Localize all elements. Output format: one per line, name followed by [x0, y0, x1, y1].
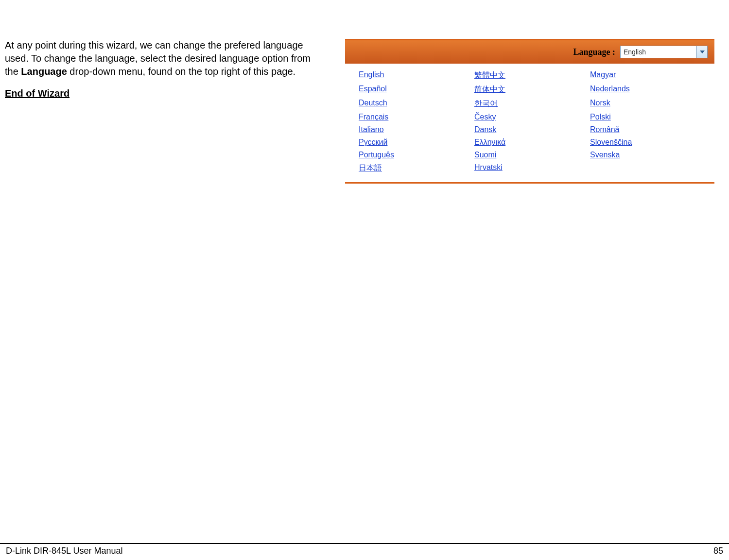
language-option-link[interactable]: Česky: [474, 113, 496, 121]
language-option-link[interactable]: 한국어: [474, 99, 498, 109]
language-option-link[interactable]: Français: [359, 113, 388, 121]
language-label: Language :: [573, 47, 615, 57]
language-option-link[interactable]: Deutsch: [359, 99, 387, 109]
language-option-link[interactable]: Suomi: [474, 151, 496, 159]
language-option-link[interactable]: 日本語: [359, 163, 382, 173]
language-option-link[interactable]: Русский: [359, 138, 387, 147]
language-option-link[interactable]: Hrvatski: [474, 163, 503, 173]
language-option-link[interactable]: Español: [359, 85, 387, 95]
language-option-link[interactable]: Italiano: [359, 125, 384, 134]
language-option-link[interactable]: Magyar: [590, 70, 616, 81]
language-link-grid: English繁體中文MagyarEspañol简体中文NederlandsDe…: [345, 64, 714, 184]
intro-bold-word: Language: [21, 66, 67, 77]
language-option-link[interactable]: Slovenščina: [590, 138, 632, 147]
footer-page-number: 85: [713, 546, 723, 556]
language-option-link[interactable]: Ελληνικά: [474, 138, 505, 147]
language-panel: Language : English English繁體中文MagyarEspa…: [345, 39, 714, 184]
language-option-link[interactable]: English: [359, 70, 384, 81]
language-option-link[interactable]: Nederlands: [590, 85, 630, 95]
language-option-link[interactable]: 繁體中文: [474, 70, 505, 81]
language-option-link[interactable]: Română: [590, 125, 619, 134]
language-option-link[interactable]: Polski: [590, 113, 611, 121]
language-option-link[interactable]: Dansk: [474, 125, 496, 134]
language-header-bar: Language : English: [345, 40, 714, 64]
dropdown-arrow-icon[interactable]: [696, 46, 707, 58]
language-select[interactable]: English: [620, 46, 708, 58]
page-footer: D-Link DIR-845L User Manual 85: [0, 543, 729, 556]
language-option-link[interactable]: Svenska: [590, 151, 620, 159]
language-option-link[interactable]: Português: [359, 151, 394, 159]
language-option-link[interactable]: Norsk: [590, 99, 610, 109]
footer-manual-title: D-Link DIR-845L User Manual: [6, 546, 122, 556]
intro-post: drop-down menu, found on the top right o…: [67, 66, 295, 77]
instruction-text: At any point during this wizard, we can …: [5, 39, 326, 184]
language-option-link[interactable]: 简体中文: [474, 85, 505, 95]
end-of-wizard-heading: End of Wizard: [5, 87, 326, 100]
empty-cell: [590, 163, 701, 173]
language-selected-value: English: [621, 48, 696, 56]
